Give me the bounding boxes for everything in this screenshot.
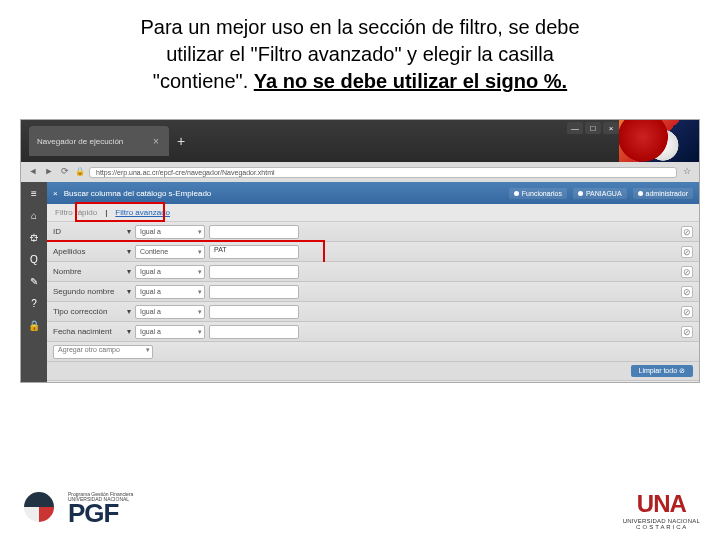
page-header: × Buscar columna del catálogo s-Empleado… (47, 182, 699, 204)
operator-select[interactable]: Contiene (135, 245, 205, 259)
close-icon[interactable]: × (151, 136, 161, 146)
operator-select[interactable]: Igual a (135, 285, 205, 299)
una-logo: UNA UNIVERSIDAD NACIONAL C O S T A R I C… (623, 490, 700, 530)
browser-tab[interactable]: Navegador de ejecución × (29, 126, 169, 156)
pgf-mark-icon (20, 488, 62, 530)
lock-icon: 🔒 (75, 167, 85, 177)
hdr-role[interactable]: administrador (633, 188, 693, 199)
clear-icon[interactable]: ⊘ (681, 246, 693, 258)
actions-row: Limpiar todo ⊘ (47, 362, 699, 380)
filter-row: ID ▾ Igual a ⊘ (47, 222, 699, 242)
filter-row: Fecha nacimient ▾ Igual a ⊘ (47, 322, 699, 342)
help-icon[interactable]: ? (27, 298, 41, 310)
value-input[interactable] (209, 305, 299, 319)
left-sidebar: ≡ ⌂ ⯐ Q ✎ ? 🔒 (21, 182, 47, 382)
home-icon[interactable]: ⌂ (27, 210, 41, 222)
filter-rows: ID ▾ Igual a ⊘ Apellidos ▾ Contiene PAT … (47, 222, 699, 382)
clear-icon[interactable]: ⊘ (681, 266, 693, 278)
new-tab-button[interactable]: + (177, 133, 185, 149)
instruction-text: Para un mejor uso en la sección de filtr… (0, 0, 720, 95)
tab-title: Navegador de ejecución (37, 137, 145, 146)
filter-row: Tipo corrección ▾ Igual a ⊘ (47, 302, 699, 322)
search-icon[interactable]: Q (27, 254, 41, 266)
value-input[interactable] (209, 225, 299, 239)
hdr-funcionarios[interactable]: Funcionarios (509, 188, 567, 199)
maximize-icon[interactable]: □ (585, 122, 601, 134)
minimize-icon[interactable]: — (567, 122, 583, 134)
add-field-select[interactable]: Agregar otro campo (53, 345, 153, 359)
page-title: Buscar columna del catálogo s-Empleado (64, 189, 503, 198)
reload-icon[interactable]: ⟳ (59, 166, 71, 178)
clear-icon[interactable]: ⊘ (681, 306, 693, 318)
filter-row: Nombre ▾ Igual a ⊘ (47, 262, 699, 282)
value-input[interactable] (209, 285, 299, 299)
clear-all-button[interactable]: Limpiar todo ⊘ (631, 365, 693, 377)
window-controls: — □ × (567, 122, 619, 134)
tab-filtro-rapido[interactable]: Filtro rápido (55, 208, 97, 217)
value-input[interactable]: PAT (209, 245, 299, 259)
clear-icon[interactable]: ⊘ (681, 286, 693, 298)
pgf-logo: Programa Gestión Financiera UNIVERSIDAD … (20, 488, 133, 530)
filter-row: Apellidos ▾ Contiene PAT ⊘ (47, 242, 699, 262)
value-input[interactable] (209, 325, 299, 339)
operator-select[interactable]: Igual a (135, 325, 205, 339)
back-icon[interactable]: ◄ (27, 166, 39, 178)
results-header: ID Apellidos Nombre Segundo nombre Tipo … (47, 380, 699, 382)
url-field[interactable]: https://erp.una.ac.cr/epcf-cre/navegador… (89, 167, 677, 178)
filter-tabs: Filtro rápido | Filtro avanzado (47, 204, 699, 222)
close-panel-icon[interactable]: × (53, 189, 58, 198)
clear-icon[interactable]: ⊘ (681, 326, 693, 338)
target-icon[interactable]: ⯐ (27, 232, 41, 244)
edit-icon[interactable]: ✎ (27, 276, 41, 288)
bookmark-icon[interactable]: ☆ (681, 166, 693, 178)
value-input[interactable] (209, 265, 299, 279)
forward-icon[interactable]: ► (43, 166, 55, 178)
menu-icon[interactable]: ≡ (27, 188, 41, 200)
lock-sidebar-icon[interactable]: 🔒 (27, 320, 41, 332)
slide-footer: Programa Gestión Financiera UNIVERSIDAD … (0, 462, 720, 530)
close-window-icon[interactable]: × (603, 122, 619, 134)
operator-select[interactable]: Igual a (135, 265, 205, 279)
browser-chrome: Navegador de ejecución × + — □ × (21, 120, 699, 162)
costa-rica-flag-graphic (619, 120, 699, 162)
operator-select[interactable]: Igual a (135, 225, 205, 239)
app-screenshot: Navegador de ejecución × + — □ × ◄ ► ⟳ 🔒… (20, 119, 700, 383)
add-field-row: Agregar otro campo (47, 342, 699, 362)
hdr-user[interactable]: PANIAGUA (573, 188, 627, 199)
address-bar: ◄ ► ⟳ 🔒 https://erp.una.ac.cr/epcf-cre/n… (21, 162, 699, 182)
tab-filtro-avanzado[interactable]: Filtro avanzado (115, 208, 170, 217)
filter-row: Segundo nombre ▾ Igual a ⊘ (47, 282, 699, 302)
operator-select[interactable]: Igual a (135, 305, 205, 319)
clear-icon[interactable]: ⊘ (681, 226, 693, 238)
